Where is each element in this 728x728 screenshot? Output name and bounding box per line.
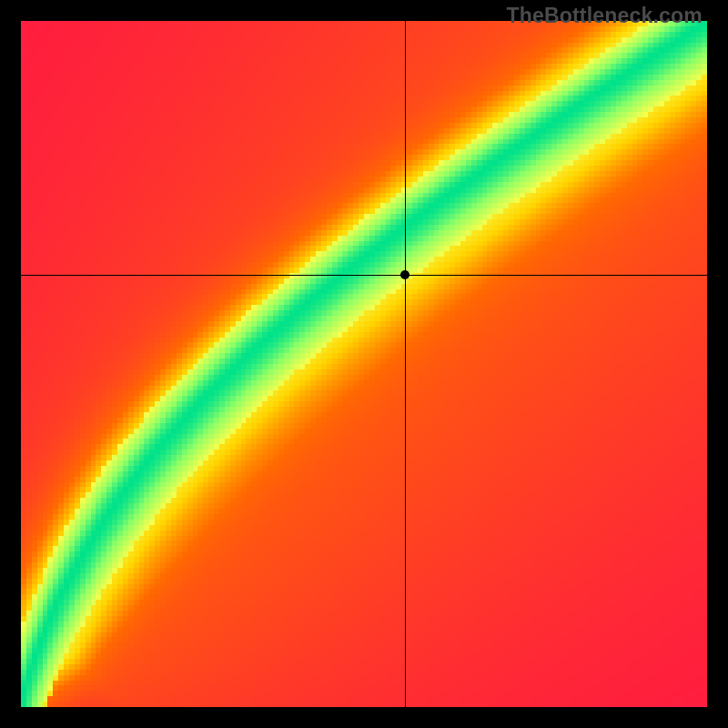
heatmap-plot bbox=[21, 21, 707, 707]
crosshair-vertical bbox=[405, 21, 406, 707]
crosshair-horizontal bbox=[21, 275, 707, 276]
heatmap-canvas bbox=[21, 21, 707, 707]
watermark-text: TheBottleneck.com bbox=[506, 4, 703, 28]
stage: TheBottleneck.com bbox=[0, 0, 728, 728]
marker-dot bbox=[400, 270, 410, 279]
